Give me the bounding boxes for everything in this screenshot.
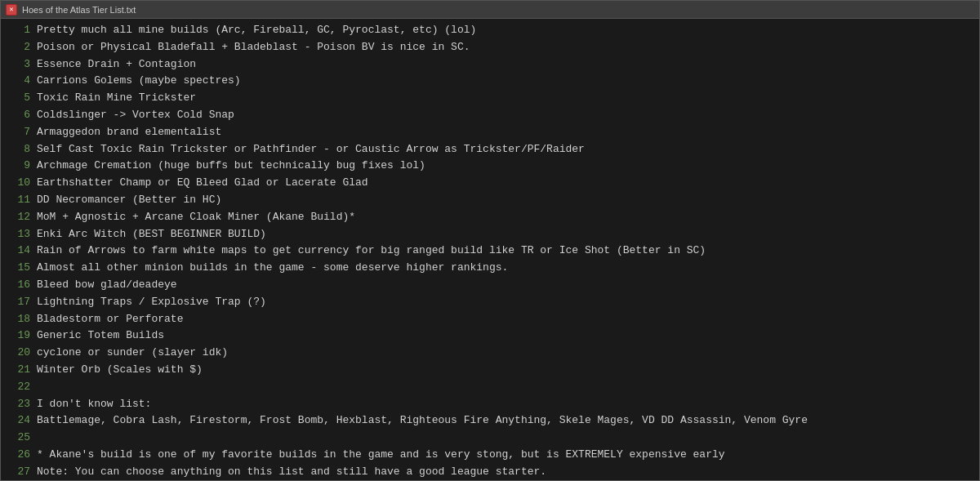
line-text: Armaggedon brand elementalist — [37, 124, 221, 141]
text-line: 8Self Cast Toxic Rain Trickster or Pathf… — [7, 141, 973, 158]
line-text: Battlemage, Cobra Lash, Firestorm, Frost… — [37, 412, 808, 430]
line-number: 27 — [7, 464, 30, 480]
text-content-area[interactable]: 1Pretty much all mine builds (Arc, Fireb… — [1, 19, 979, 480]
line-text: cyclone or sunder (slayer idk) — [37, 345, 228, 362]
line-number: 2 — [7, 39, 30, 56]
line-number: 18 — [7, 311, 30, 328]
line-text: Bladestorm or Perforate — [37, 311, 183, 328]
text-line: 12MoM + Agnostic + Arcane Cloak Miner (A… — [7, 209, 973, 226]
text-line: 6Coldslinger -> Vortex Cold Snap — [7, 107, 973, 124]
line-number: 16 — [7, 277, 30, 294]
line-number: 19 — [7, 327, 30, 345]
line-number: 5 — [7, 90, 30, 107]
line-number: 6 — [7, 107, 30, 124]
line-text: Generic Totem Builds — [37, 327, 164, 345]
line-number: 4 — [7, 73, 30, 90]
text-line: 1Pretty much all mine builds (Arc, Fireb… — [7, 22, 973, 39]
line-number: 9 — [7, 158, 30, 175]
line-empty: 22 — [7, 379, 973, 396]
line-number: 10 — [7, 175, 30, 192]
line-text: Rain of Arrows to farm white maps to get… — [37, 243, 706, 260]
line-number: 20 — [7, 345, 30, 362]
line-text: * Akane's build is one of my favorite bu… — [37, 447, 725, 464]
window-title: Hoes of the Atlas Tier List.txt — [22, 5, 136, 15]
line-number: 3 — [7, 56, 30, 73]
text-line: 4Carrions Golems (maybe spectres) — [7, 73, 973, 90]
text-line: 19Generic Totem Builds — [7, 327, 973, 345]
line-number: 26 — [7, 447, 30, 464]
line-text: MoM + Agnostic + Arcane Cloak Miner (Aka… — [37, 209, 355, 226]
line-text: Carrions Golems (maybe spectres) — [37, 73, 241, 90]
text-line: 11DD Necromancer (Better in HC) — [7, 192, 973, 209]
text-line: 2Poison or Physical Bladefall + Bladebla… — [7, 39, 973, 56]
line-text: I don't know list: — [37, 396, 151, 413]
line-text: Self Cast Toxic Rain Trickster or Pathfi… — [37, 141, 585, 158]
text-line: 18Bladestorm or Perforate — [7, 311, 973, 328]
line-number: 1 — [7, 22, 30, 39]
line-text: Winter Orb (Scales with $) — [37, 362, 203, 379]
line-text: Coldslinger -> Vortex Cold Snap — [37, 107, 234, 124]
text-line: 3Essence Drain + Contagion — [7, 56, 973, 73]
line-number: 14 — [7, 243, 30, 260]
line-text: Bleed bow glad/deadeye — [37, 277, 177, 294]
line-text: Earthshatter Champ or EQ Bleed Glad or L… — [37, 175, 368, 192]
line-number: 12 — [7, 209, 30, 226]
text-line: 20cyclone or sunder (slayer idk) — [7, 345, 973, 362]
line-number: 17 — [7, 294, 30, 311]
line-number: 15 — [7, 260, 30, 277]
text-line: 24Battlemage, Cobra Lash, Firestorm, Fro… — [7, 412, 973, 430]
line-number: 8 — [7, 141, 30, 158]
line-text: Note: You can choose anything on this li… — [37, 464, 546, 480]
text-line: 9Archmage Cremation (huge buffs but tech… — [7, 158, 973, 175]
line-text: Enki Arc Witch (BEST BEGINNER BUILD) — [37, 226, 266, 243]
title-bar: ✕ Hoes of the Atlas Tier List.txt — [1, 1, 979, 19]
line-number: 11 — [7, 192, 30, 209]
text-line: 27Note: You can choose anything on this … — [7, 464, 973, 480]
line-text: Archmage Cremation (huge buffs but techn… — [37, 158, 425, 175]
text-line: 10Earthshatter Champ or EQ Bleed Glad or… — [7, 175, 973, 192]
close-button[interactable]: ✕ — [6, 4, 17, 16]
line-text: Pretty much all mine builds (Arc, Fireba… — [37, 22, 476, 39]
line-text: Essence Drain + Contagion — [37, 56, 196, 73]
line-number: 24 — [7, 412, 30, 430]
window: ✕ Hoes of the Atlas Tier List.txt 1Prett… — [0, 0, 980, 481]
line-text: Poison or Physical Bladefall + Bladeblas… — [37, 39, 470, 56]
text-line: 21Winter Orb (Scales with $) — [7, 362, 973, 379]
line-empty: 25 — [7, 430, 973, 447]
text-line: 5Toxic Rain Mine Trickster — [7, 90, 973, 107]
line-number: 7 — [7, 124, 30, 141]
line-number: 13 — [7, 226, 30, 243]
text-line: 7Armaggedon brand elementalist — [7, 124, 973, 141]
line-text: Lightning Traps / Explosive Trap (?) — [37, 294, 266, 311]
line-text: Almost all other minion builds in the ga… — [37, 260, 508, 277]
text-line: 14Rain of Arrows to farm white maps to g… — [7, 243, 973, 260]
text-line: 15Almost all other minion builds in the … — [7, 260, 973, 277]
text-line: 17Lightning Traps / Explosive Trap (?) — [7, 294, 973, 311]
line-number: 23 — [7, 396, 30, 413]
text-line: 26* Akane's build is one of my favorite … — [7, 447, 973, 464]
text-line: 23I don't know list: — [7, 396, 973, 413]
line-text: Toxic Rain Mine Trickster — [37, 90, 196, 107]
line-number: 21 — [7, 362, 30, 379]
text-line: 16Bleed bow glad/deadeye — [7, 277, 973, 294]
line-text: DD Necromancer (Better in HC) — [37, 192, 221, 209]
text-line: 13Enki Arc Witch (BEST BEGINNER BUILD) — [7, 226, 973, 243]
